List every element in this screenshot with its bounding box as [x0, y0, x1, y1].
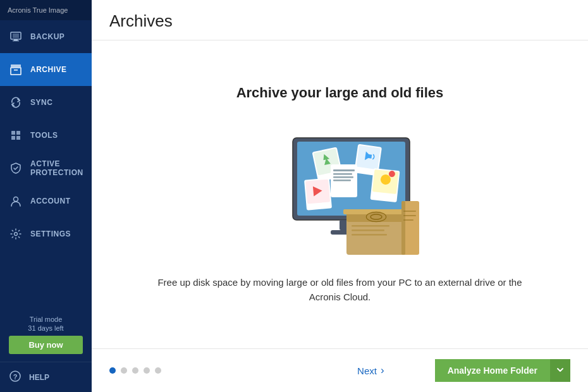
page-title: Archives — [109, 11, 570, 31]
svg-rect-25 — [333, 173, 352, 175]
svg-rect-26 — [333, 176, 353, 178]
main-header: Archives — [92, 0, 588, 40]
chevron-down-icon — [556, 366, 564, 376]
sidebar-item-tools[interactable]: TOOLS — [0, 119, 92, 152]
svg-rect-2 — [14, 39, 18, 40]
sidebar-item-account[interactable]: ACCOUNT — [0, 185, 92, 217]
svg-rect-8 — [16, 131, 20, 135]
sidebar-item-backup[interactable]: BACKUP — [0, 20, 92, 53]
sidebar-item-active-protection[interactable]: ACTIVE PROTECTION — [0, 152, 92, 185]
svg-rect-41 — [352, 225, 389, 227]
sidebar-label-active-protection: ACTIVE PROTECTION — [30, 159, 83, 178]
svg-rect-1 — [13, 34, 19, 38]
help-icon: ? — [9, 370, 21, 384]
next-button[interactable]: Next › — [357, 364, 384, 377]
svg-rect-47 — [403, 215, 416, 216]
svg-rect-9 — [11, 136, 15, 140]
analyze-button[interactable]: Analyze Home Folder — [435, 359, 550, 382]
sidebar-label-settings: SETTINGS — [30, 230, 71, 238]
logo-text: Acronis True Image — [8, 6, 68, 14]
svg-rect-5 — [11, 68, 21, 75]
trial-mode-label: Trial mode — [9, 315, 83, 323]
sync-icon — [9, 95, 23, 109]
tools-icon — [9, 128, 23, 142]
svg-rect-42 — [352, 230, 384, 231]
archive-illustration — [239, 119, 441, 258]
pagination-dot-3[interactable] — [132, 367, 138, 374]
svg-rect-10 — [16, 136, 20, 140]
archive-icon — [9, 63, 23, 77]
sidebar-item-help[interactable]: ? HELP — [0, 362, 92, 392]
dot-pagination — [109, 367, 161, 374]
sidebar-label-backup: BACKUP — [30, 32, 64, 41]
svg-rect-7 — [11, 131, 15, 135]
sidebar-label-archive: ARCHIVE — [30, 65, 67, 74]
sidebar-label-tools: TOOLS — [30, 131, 58, 140]
svg-point-12 — [15, 233, 18, 236]
sidebar-label-account: ACCOUNT — [30, 197, 71, 205]
svg-rect-46 — [403, 211, 416, 212]
archive-headline: Archive your large and old files — [236, 85, 444, 101]
svg-rect-45 — [401, 201, 405, 255]
pagination-dot-2[interactable] — [121, 367, 127, 374]
pagination-dot-4[interactable] — [144, 367, 150, 374]
svg-point-39 — [367, 212, 386, 221]
main-content: Archives Archive your large and old file… — [92, 0, 588, 392]
archive-description: Free up disk space by moving large or ol… — [144, 276, 536, 304]
sidebar: Acronis True Image BACKUP ARCHIVE — [0, 0, 92, 392]
backup-icon — [9, 30, 23, 44]
pagination-dot-1[interactable] — [109, 367, 116, 374]
sidebar-item-archive[interactable]: ARCHIVE — [0, 53, 92, 86]
svg-rect-27 — [333, 180, 351, 181]
pagination-dot-5[interactable] — [155, 367, 161, 374]
sidebar-help-label: HELP — [29, 373, 49, 382]
main-footer: Next › Analyze Home Folder — [92, 348, 588, 392]
svg-rect-3 — [13, 40, 19, 41]
account-icon — [9, 194, 23, 208]
shield-icon — [9, 161, 23, 175]
svg-rect-6 — [14, 70, 18, 71]
analyze-dropdown-button[interactable] — [550, 359, 570, 382]
settings-icon — [9, 227, 23, 241]
sidebar-item-sync[interactable]: SYNC — [0, 86, 92, 119]
trial-days-left: 31 days left — [9, 324, 83, 332]
main-body: Archive your large and old files — [92, 40, 588, 348]
svg-point-11 — [14, 197, 18, 202]
sidebar-label-sync: SYNC — [30, 98, 52, 107]
chevron-right-icon: › — [381, 364, 384, 377]
sidebar-trial-section: Trial mode 31 days left Buy now — [0, 308, 92, 362]
svg-rect-4 — [11, 64, 21, 67]
sidebar-item-settings[interactable]: SETTINGS — [0, 217, 92, 250]
buy-now-button[interactable]: Buy now — [9, 336, 83, 354]
svg-rect-43 — [352, 234, 387, 236]
svg-text:?: ? — [13, 373, 18, 381]
svg-rect-48 — [403, 219, 413, 221]
next-label: Next — [357, 365, 377, 376]
app-logo: Acronis True Image — [0, 0, 92, 20]
svg-rect-24 — [333, 169, 355, 171]
